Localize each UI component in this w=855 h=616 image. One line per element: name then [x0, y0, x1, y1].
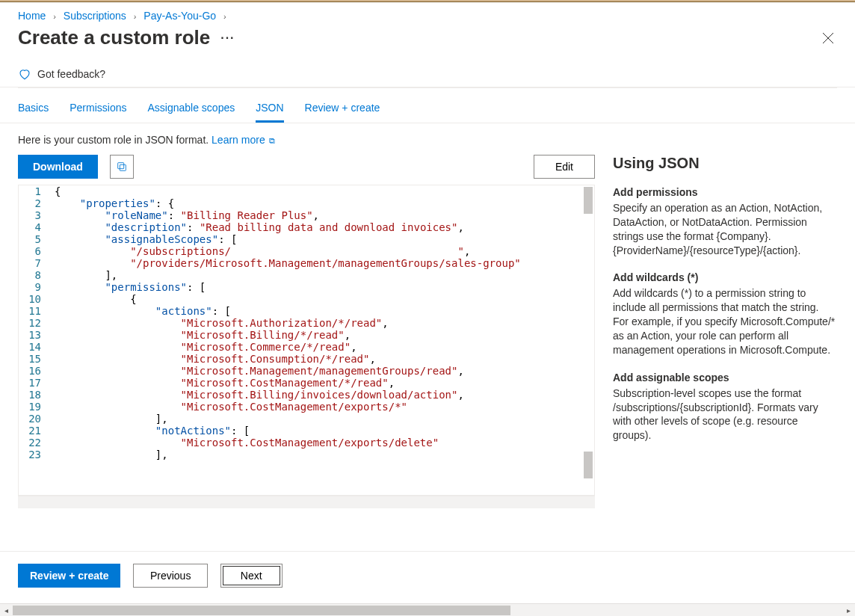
code-line: "actions": [: [55, 305, 594, 317]
line-number: 21: [19, 425, 55, 437]
help-title: Using JSON: [613, 153, 837, 173]
chevron-right-icon: ›: [53, 12, 56, 21]
tab-assignable-scopes[interactable]: Assignable scopes: [147, 102, 235, 123]
next-button[interactable]: Next: [220, 564, 283, 588]
line-number: 5: [19, 233, 55, 245]
help-heading-scopes: Add assignable scopes: [613, 371, 837, 385]
more-actions-button[interactable]: ···: [220, 31, 235, 45]
tab-strip: Basics Permissions Assignable scopes JSO…: [0, 88, 855, 123]
tab-json[interactable]: JSON: [256, 102, 283, 123]
code-line: "description": "Read billing data and do…: [55, 221, 594, 233]
code-line: "/providers/Microsoft.Management/managem…: [55, 257, 594, 269]
line-number: 20: [19, 413, 55, 425]
code-line: "/subscriptions/ ",: [55, 245, 594, 257]
line-number: 4: [19, 221, 55, 233]
edit-button[interactable]: Edit: [534, 155, 595, 179]
code-line: "Microsoft.CostManagement/*/read",: [55, 377, 594, 389]
line-number: 3: [19, 209, 55, 221]
intro-text: Here is your custom role in JSON format.…: [18, 134, 595, 146]
line-number: 9: [19, 281, 55, 293]
breadcrumb-subscriptions[interactable]: Subscriptions: [64, 10, 126, 22]
code-line: "Microsoft.Billing/*/read",: [55, 329, 594, 341]
json-editor[interactable]: 1{2 "properties": {3 "roleName": "Billin…: [18, 185, 595, 496]
code-line: "permissions": [: [55, 281, 594, 293]
help-panel: Using JSON Add permissions Specify an op…: [613, 134, 837, 508]
code-line: ],: [55, 269, 594, 281]
line-number: 16: [19, 365, 55, 377]
code-line: {: [55, 185, 594, 197]
svg-rect-3: [118, 163, 124, 169]
learn-more-link[interactable]: Learn more ⧉: [212, 134, 275, 146]
intro-text-span: Here is your custom role in JSON format.: [18, 134, 212, 146]
breadcrumb-home[interactable]: Home: [18, 10, 46, 22]
line-number: 17: [19, 377, 55, 389]
code-line: "Microsoft.Management/managementGroups/r…: [55, 365, 594, 377]
line-number: 7: [19, 257, 55, 269]
help-text-scopes: Subscription-level scopes use the format…: [613, 386, 837, 443]
line-number: 2: [19, 197, 55, 209]
line-number: 6: [19, 245, 55, 257]
line-number: 8: [19, 269, 55, 281]
code-line: "Microsoft.Billing/invoices/download/act…: [55, 389, 594, 401]
review-create-button[interactable]: Review + create: [18, 564, 120, 588]
code-line: "Microsoft.Commerce/*/read",: [55, 341, 594, 353]
scroll-right-arrow-icon[interactable]: ▸: [842, 604, 855, 617]
line-number: 1: [19, 185, 55, 197]
feedback-link[interactable]: Got feedback?: [37, 68, 105, 80]
close-icon: [822, 32, 834, 44]
code-line: "notActions": [: [55, 425, 594, 437]
tab-permissions[interactable]: Permissions: [70, 102, 126, 123]
breadcrumb: Home › Subscriptions › Pay-As-You-Go ›: [0, 2, 855, 25]
tab-basics[interactable]: Basics: [18, 102, 49, 123]
line-number: 11: [19, 305, 55, 317]
line-number: 13: [19, 329, 55, 341]
copy-button[interactable]: [110, 155, 134, 179]
footer-bar: Review + create Previous Next: [0, 551, 855, 600]
chevron-right-icon: ›: [134, 12, 137, 21]
line-number: 14: [19, 341, 55, 353]
line-number: 10: [19, 293, 55, 305]
line-number: 22: [19, 437, 55, 449]
line-number: 23: [19, 449, 55, 461]
chevron-right-icon: ›: [223, 12, 226, 21]
code-line: "Microsoft.Consumption/*/read",: [55, 353, 594, 365]
editor-scrollbar-thumb-bottom[interactable]: [584, 452, 593, 478]
line-number: 15: [19, 353, 55, 365]
window-horizontal-scrollbar[interactable]: ◂ ▸: [0, 603, 855, 616]
external-link-icon: ⧉: [267, 136, 275, 145]
code-line: ],: [55, 449, 594, 461]
code-line: "Microsoft.Authorization/*/read",: [55, 317, 594, 329]
help-heading-permissions: Add permissions: [613, 185, 837, 200]
close-button[interactable]: [819, 29, 837, 47]
window-scrollbar-thumb[interactable]: [13, 606, 510, 615]
code-line: "properties": {: [55, 197, 594, 209]
code-line: {: [55, 293, 594, 305]
code-line: "Microsoft.CostManagement/exports/delete…: [55, 437, 594, 449]
line-number: 12: [19, 317, 55, 329]
help-heading-wildcards: Add wildcards (*): [613, 271, 837, 285]
breadcrumb-payg[interactable]: Pay-As-You-Go: [143, 10, 216, 22]
help-text-wildcards: Add wildcards (*) to a permission string…: [613, 286, 837, 357]
previous-button[interactable]: Previous: [133, 564, 208, 588]
copy-icon: [116, 161, 128, 173]
line-number: 18: [19, 389, 55, 401]
editor-horizontal-scrollbar[interactable]: [18, 496, 595, 508]
heart-icon: [18, 67, 31, 81]
line-number: 19: [19, 401, 55, 413]
page-title: Create a custom role: [18, 26, 210, 49]
scroll-left-arrow-icon[interactable]: ◂: [0, 604, 13, 617]
tab-review-create[interactable]: Review + create: [305, 102, 380, 123]
code-line: "assignableScopes": [: [55, 233, 594, 245]
editor-scrollbar-thumb-top[interactable]: [584, 187, 593, 214]
download-button[interactable]: Download: [18, 155, 98, 179]
code-line: ],: [55, 413, 594, 425]
help-text-permissions: Specify an operation as an Action, NotAc…: [613, 201, 837, 258]
svg-rect-2: [120, 164, 126, 170]
code-line: "Microsoft.CostManagement/exports/*": [55, 401, 594, 413]
code-line: "roleName": "Billing Reader Plus",: [55, 209, 594, 221]
